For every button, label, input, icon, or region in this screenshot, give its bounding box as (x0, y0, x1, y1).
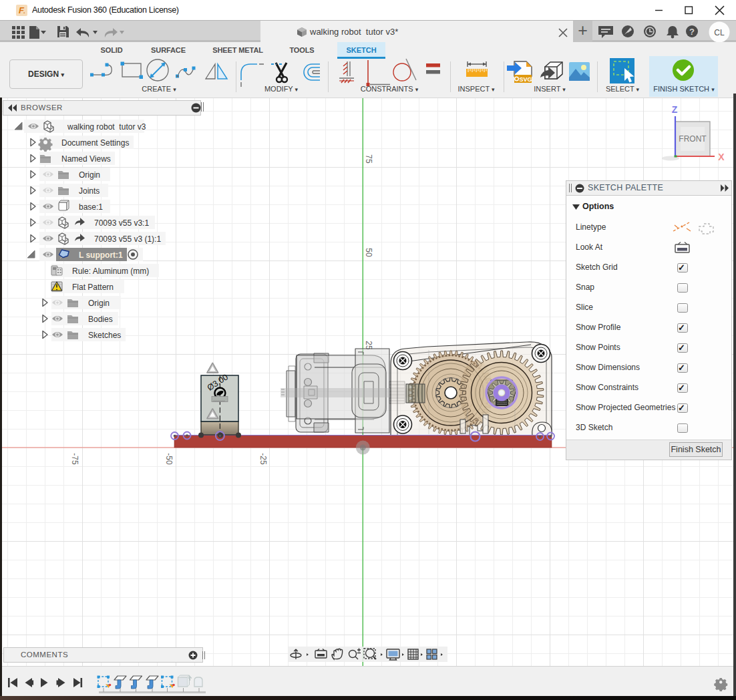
svg-text:base:1: base:1 (79, 202, 103, 212)
svg-text:Sketches: Sketches (88, 331, 121, 340)
svg-text:Rule: Aluminum (mm): Rule: Aluminum (mm) (72, 267, 149, 276)
svg-text:?: ? (689, 27, 695, 37)
svg-text:walking robot tutor v3: walking robot tutor v3 (67, 122, 146, 132)
svg-text:FRONT: FRONT (679, 134, 707, 144)
svg-text:Z: Z (672, 104, 678, 115)
svg-text:Named Views: Named Views (61, 154, 111, 164)
svg-text:-75: -75 (70, 453, 79, 465)
svg-text:Origin: Origin (79, 170, 100, 180)
svg-text:L support:1: L support:1 (79, 250, 123, 260)
svg-text:75: 75 (364, 154, 373, 164)
svg-text:Document Settings: Document Settings (61, 138, 129, 148)
svg-text:70093 v55 v3 (1):1: 70093 v55 v3 (1):1 (94, 234, 161, 244)
svg-text:CL: CL (714, 28, 725, 37)
svg-text:50: 50 (364, 248, 373, 257)
svg-text:Joints: Joints (79, 186, 100, 196)
svg-text:-50: -50 (164, 453, 174, 465)
svg-text:SVG: SVG (520, 76, 532, 83)
svg-text:X: X (718, 152, 725, 162)
svg-text:Flat Pattern: Flat Pattern (72, 283, 114, 292)
svg-text:Origin: Origin (88, 299, 110, 308)
svg-text:-25: -25 (258, 453, 268, 465)
svg-text:Bodies: Bodies (88, 315, 113, 324)
svg-text:70093 v55 v3:1: 70093 v55 v3:1 (94, 218, 149, 228)
